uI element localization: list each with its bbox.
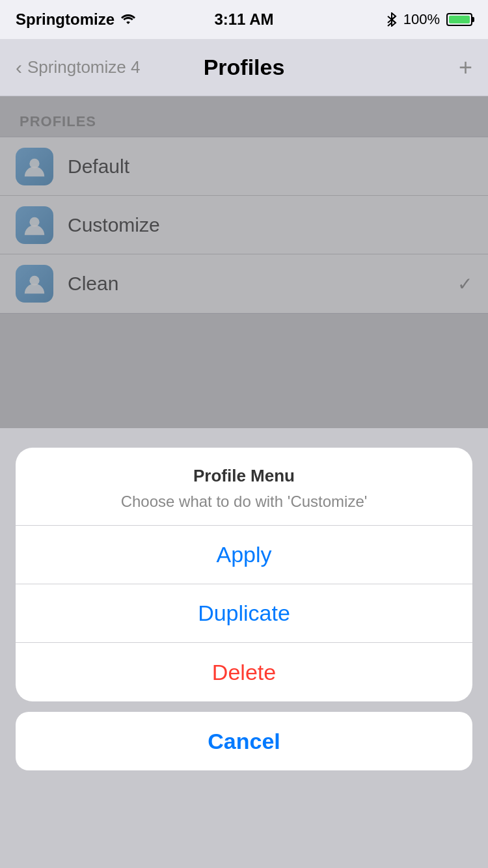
cancel-button[interactable]: Cancel [16, 712, 472, 770]
alert-header: Profile Menu Choose what to do with 'Cus… [16, 448, 472, 526]
apply-button[interactable]: Apply [16, 526, 472, 584]
back-button[interactable]: ‹ Springtomize 4 [16, 57, 140, 79]
battery-indicator [446, 13, 472, 26]
nav-bar: ‹ Springtomize 4 Profiles + [0, 39, 488, 96]
status-carrier: Springtomize [16, 10, 135, 29]
carrier-text: Springtomize [16, 10, 115, 29]
alert-box: Profile Menu Choose what to do with 'Cus… [16, 448, 472, 701]
duplicate-button[interactable]: Duplicate [16, 584, 472, 643]
nav-title: Profiles [204, 55, 285, 80]
back-label: Springtomize 4 [27, 57, 140, 77]
dim-overlay [0, 96, 488, 428]
battery-icon [446, 13, 472, 26]
battery-percent: 100% [403, 11, 440, 28]
add-button[interactable]: + [459, 54, 472, 81]
alert-message: Choose what to do with 'Customize' [31, 493, 457, 511]
status-bar: Springtomize 3:11 AM 100% [0, 0, 488, 39]
wifi-icon [121, 14, 135, 25]
battery-fill [449, 16, 470, 23]
cancel-box: Cancel [16, 712, 472, 770]
delete-button[interactable]: Delete [16, 643, 472, 701]
back-arrow-icon: ‹ [16, 57, 22, 79]
status-time: 3:11 AM [214, 10, 273, 29]
bluetooth-icon [386, 12, 397, 27]
alert-area: Profile Menu Choose what to do with 'Cus… [0, 428, 488, 783]
main-content: PROFILES Default Customize [0, 96, 488, 428]
alert-title: Profile Menu [31, 466, 457, 486]
status-right: 100% [386, 11, 472, 28]
